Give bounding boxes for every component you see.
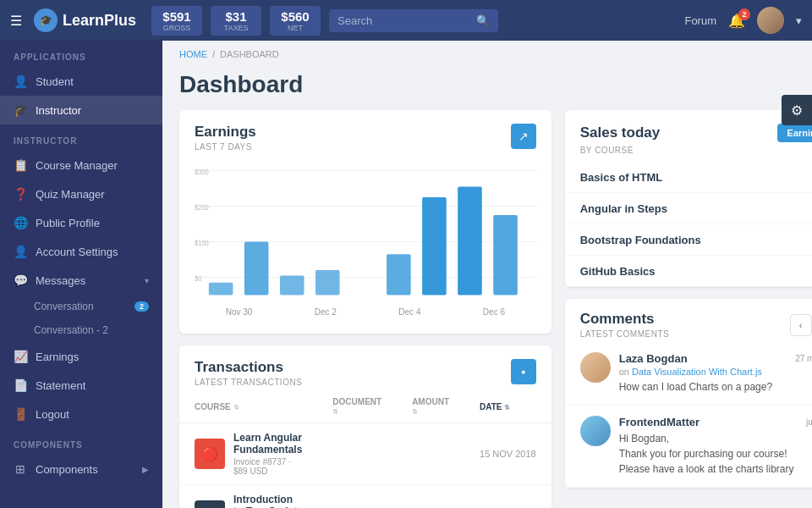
trans-invoice: Invoice #8737 · $89 USD: [233, 457, 302, 476]
earnings-subtitle: LAST 7 DAYS: [195, 142, 256, 152]
comment-time: just now: [806, 417, 812, 427]
transactions-header-row: COURSE ⇅ DOCUMENT ⇅ AMOUNT ⇅ DATE ⇅: [179, 390, 551, 423]
stat-taxes: $31 TAXES: [211, 6, 261, 36]
trans-thumb: 🔷: [195, 500, 225, 508]
trans-name-group: Learn Angular Fundamentals Invoice #8737…: [233, 432, 302, 476]
sidebar-item-conversation[interactable]: Conversation 2: [34, 295, 162, 318]
svg-rect-5: [244, 242, 269, 295]
conversation-2-label: Conversation - 2: [34, 324, 108, 336]
notification-count: 2: [738, 8, 750, 20]
sales-course-name: Angular in Steps: [580, 202, 667, 215]
earnings-button[interactable]: Earnings: [777, 124, 812, 142]
trans-date-cell: 14 NOV 2018: [464, 485, 551, 509]
hamburger-menu[interactable]: ☰: [10, 13, 22, 29]
sales-course-name: GitHub Basics: [580, 265, 656, 278]
student-icon: 👤: [14, 75, 27, 88]
sidebar-item-earnings[interactable]: 📈 Earnings: [0, 342, 162, 371]
section-title-applications: APPLICATIONS: [0, 41, 162, 67]
trans-name-group: Introduction to TypeScript Invoice #8736…: [233, 494, 302, 508]
comment-link[interactable]: Data Visualization With Chart.js: [632, 367, 762, 377]
conversation-label: Conversation: [34, 301, 94, 312]
sidebar-item-components[interactable]: ⊞ Components ▶: [0, 455, 162, 483]
comments-card: Comments LATEST COMMENTS ‹ › Laza Bogdan…: [565, 299, 812, 488]
transactions-table: COURSE ⇅ DOCUMENT ⇅ AMOUNT ⇅ DATE ⇅ 🔴 Le…: [179, 390, 551, 508]
comments-prev-btn[interactable]: ‹: [790, 314, 812, 336]
top-navigation: ☰ 🎓 LearnPlus $591 GROSS $31 TAXES $560 …: [0, 0, 812, 41]
earnings-action-btn[interactable]: ↗: [511, 124, 536, 149]
sidebar-item-quiz-manager[interactable]: ❓ Quiz Manager: [0, 179, 162, 208]
earnings-svg: $300 $200 $100 $0: [195, 162, 536, 304]
sidebar-item-messages[interactable]: 💬 Messages ▾: [0, 266, 162, 295]
sidebar-item-public-profile[interactable]: 🌐 Public Profile: [0, 208, 162, 237]
transactions-action-btn[interactable]: ▪: [511, 359, 536, 384]
svg-text:$0: $0: [195, 273, 202, 283]
brand-name: LearnPlus: [63, 12, 136, 30]
sidebar-item-statement[interactable]: 📄 Statement: [0, 371, 162, 400]
sales-item: Angular in Steps 50: [565, 193, 812, 224]
comment-item: FrontendMatter just now Hi Bogdan,Thank …: [565, 406, 812, 488]
sales-title: Sales today: [580, 124, 661, 141]
col-date: DATE ⇅: [464, 390, 551, 423]
instructor-icon: 🎓: [14, 103, 27, 117]
sidebar-label-components: Components: [36, 463, 98, 476]
search-input[interactable]: [337, 14, 471, 27]
page-title: Dashboard: [162, 68, 812, 110]
trans-doc-cell: [317, 423, 397, 485]
sidebar-item-instructor[interactable]: 🎓 Instructor: [0, 96, 162, 124]
sidebar-label-public-profile: Public Profile: [36, 217, 100, 229]
sidebar-item-conversation-2[interactable]: Conversation - 2: [34, 318, 162, 342]
sidebar-label-instructor: Instructor: [36, 104, 81, 117]
earnings-title: Earnings: [195, 124, 256, 141]
earnings-icon: 📈: [14, 350, 27, 363]
sidebar-item-logout[interactable]: 🚪 Logout: [0, 400, 162, 428]
notifications-bell[interactable]: 🔔 2: [728, 13, 745, 29]
transactions-subtitle: LATEST TRANSACTIONS: [195, 378, 302, 387]
sales-subtitle: BY COURSE: [565, 146, 812, 162]
comments-nav: ‹ ›: [790, 314, 812, 336]
left-column: Earnings LAST 7 DAYS ↗: [179, 110, 551, 508]
avatar[interactable]: [757, 7, 784, 34]
svg-text:$200: $200: [195, 202, 209, 212]
sidebar-label-course-manager: Course Manager: [36, 159, 118, 172]
avatar-caret[interactable]: ▾: [796, 14, 802, 27]
comment-text: How can I load Charts on a page?: [619, 379, 812, 395]
trans-date-cell: 15 NOV 2018: [464, 423, 551, 485]
sales-item: Basics of HTML 15: [565, 162, 812, 193]
comment-author: FrontendMatter: [619, 416, 700, 428]
sidebar-label-quiz-manager: Quiz Manager: [36, 188, 105, 201]
sales-course-name: Bootstrap Foundations: [580, 234, 701, 246]
comment-time: 27 min ago: [795, 354, 812, 363]
comments-title-group: Comments LATEST COMMENTS: [580, 311, 669, 339]
breadcrumb-home[interactable]: HOME: [179, 49, 207, 59]
sales-card: Sales today Earnings BY COURSE Basics of…: [565, 110, 812, 287]
sidebar: APPLICATIONS 👤 Student 🎓 Instructor INST…: [0, 41, 162, 508]
comment-item: Laza Bogdan 27 min ago on Data Visualiza…: [565, 342, 812, 406]
breadcrumb: HOME / DASHBOARD: [162, 41, 812, 68]
trans-amount-cell: [397, 423, 464, 485]
settings-gear-btn[interactable]: ⚙: [782, 95, 812, 125]
logo-icon: 🎓: [34, 8, 58, 32]
sort-icon-doc: ⇅: [332, 408, 338, 416]
sidebar-item-course-manager[interactable]: 📋 Course Manager: [0, 151, 162, 179]
search-box[interactable]: 🔍: [329, 9, 498, 32]
stat-net: $560 NET: [270, 6, 321, 36]
svg-rect-7: [315, 270, 340, 295]
search-icon: 🔍: [476, 14, 490, 27]
col-course: COURSE ⇅: [179, 390, 317, 423]
x-label-2: Dec 4: [398, 307, 420, 317]
comment-author-row: FrontendMatter just now: [619, 416, 812, 428]
trans-doc-cell: [317, 485, 397, 509]
sidebar-item-account-settings[interactable]: 👤 Account Settings: [0, 237, 162, 266]
forum-link[interactable]: Forum: [684, 14, 716, 27]
svg-rect-9: [422, 197, 447, 295]
section-title-instructor: INSTRUCTOR: [0, 124, 162, 151]
trans-course-cell: 🔷 Introduction to TypeScript Invoice #87…: [179, 485, 317, 509]
x-label-1: Dec 2: [315, 307, 337, 317]
col-amount: AMOUNT ⇅: [397, 390, 464, 423]
comment-text: Hi Bogdan,Thank you for purchasing our c…: [619, 431, 812, 477]
chart-x-labels: Nov 30 Dec 2 Dec 4 Dec 6: [179, 307, 551, 323]
comments-list: Laza Bogdan 27 min ago on Data Visualiza…: [565, 342, 812, 488]
comments-subtitle: LATEST COMMENTS: [580, 329, 669, 339]
sidebar-item-student[interactable]: 👤 Student: [0, 67, 162, 96]
earnings-title-group: Earnings LAST 7 DAYS: [195, 124, 256, 152]
